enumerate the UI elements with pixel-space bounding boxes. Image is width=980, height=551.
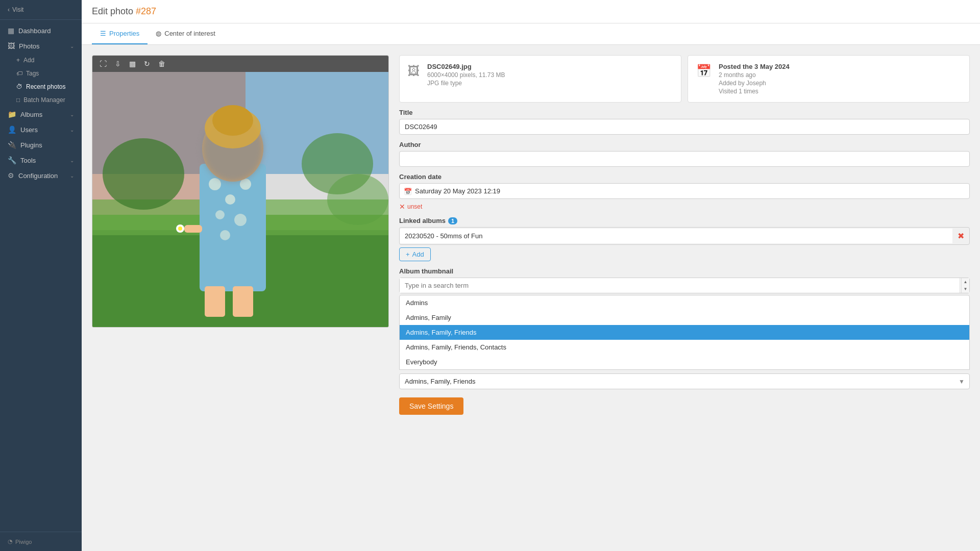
- author-group: Author: [399, 141, 970, 167]
- svg-point-21: [103, 138, 184, 210]
- photos-icon: 🖼: [8, 42, 15, 50]
- scroll-up-button[interactable]: ▲: [962, 278, 969, 286]
- sidebar-sub-batch-manager[interactable]: □ Batch Manager: [0, 93, 82, 107]
- svg-point-10: [234, 214, 247, 226]
- sidebar-item-label: Users: [20, 126, 38, 134]
- unset-label: unset: [407, 203, 422, 210]
- sidebar-item-label: Configuration: [18, 172, 58, 180]
- add-icon: +: [16, 57, 20, 64]
- fullscreen-button[interactable]: ⛶: [97, 59, 109, 69]
- sidebar-sub-tags[interactable]: 🏷 Tags: [0, 67, 82, 80]
- sidebar-sub-label: Tags: [26, 70, 39, 77]
- sidebar-item-label: Dashboard: [18, 27, 51, 35]
- post-age: 2 months ago: [719, 71, 790, 79]
- page-header: Edit photo #287: [82, 0, 980, 23]
- sidebar-item-users[interactable]: 👤 Users ⌄: [0, 122, 82, 137]
- svg-point-16: [178, 227, 182, 231]
- creation-date-input[interactable]: [399, 183, 970, 199]
- file-dimensions: 6000×4000 pixels, 11.73 MB: [427, 71, 505, 79]
- album-thumbnail-group: Album thumbnail ▲ ▼: [399, 267, 970, 293]
- chevron-down-icon: ⌄: [70, 127, 74, 133]
- linked-album-input[interactable]: [400, 229, 952, 243]
- photo-wrapper: ⛶ ⇩ ▩ ↻ 🗑: [92, 55, 389, 328]
- author-label: Author: [399, 141, 970, 148]
- svg-rect-14: [184, 225, 202, 233]
- sidebar-item-albums[interactable]: 📁 Albums ⌄: [0, 107, 82, 122]
- svg-rect-13: [233, 286, 253, 317]
- tab-label: Center of interest: [164, 30, 215, 37]
- chevron-down-icon: ⌄: [70, 43, 74, 49]
- tab-center-of-interest[interactable]: ◍ Center of interest: [148, 23, 224, 44]
- sidebar-nav: ▦ Dashboard 🖼 Photos ⌄ + Add 🏷 Tags ⏱ Re…: [0, 20, 82, 186]
- photo-toolbar: ⛶ ⇩ ▩ ↻ 🗑: [92, 56, 388, 72]
- chevron-left-icon: ‹: [8, 6, 10, 13]
- save-settings-label: Save Settings: [409, 402, 453, 410]
- add-label: Add: [412, 251, 424, 258]
- photo-panel: ⛶ ⇩ ▩ ↻ 🗑: [92, 55, 389, 541]
- privacy-dropdown-options: Admins Admins, Family Admins, Family, Fr…: [399, 295, 970, 370]
- content-area: ⛶ ⇩ ▩ ↻ 🗑: [82, 45, 980, 551]
- calendar-icon: 📅: [696, 64, 712, 78]
- title-input[interactable]: [399, 119, 970, 135]
- privacy-select[interactable]: AdminsAdmins, FamilyAdmins, Family, Frie…: [399, 373, 970, 389]
- download-button[interactable]: ⇩: [113, 59, 123, 69]
- add-album-button[interactable]: + Add: [399, 247, 431, 261]
- svg-point-7: [225, 194, 235, 205]
- rotate-button[interactable]: ↻: [142, 59, 152, 69]
- svg-point-20: [212, 105, 253, 136]
- sidebar-sub-label: Batch Manager: [23, 96, 65, 104]
- sidebar: ‹ Visit ▦ Dashboard 🖼 Photos ⌄ + Add 🏷 T…: [0, 0, 82, 551]
- scroll-down-button[interactable]: ▼: [962, 286, 969, 293]
- unset-button[interactable]: ✕ unset: [399, 203, 422, 211]
- creation-date-group: Creation date 📅 ✕ unset: [399, 173, 970, 211]
- delete-button[interactable]: 🗑: [156, 59, 167, 69]
- sidebar-sub-add[interactable]: + Add: [0, 54, 82, 67]
- form-panel: 🖼 DSC02649.jpg 6000×4000 pixels, 11.73 M…: [399, 55, 970, 541]
- tools-icon: 🔧: [8, 156, 16, 164]
- album-thumbnail-input[interactable]: [400, 278, 959, 293]
- sidebar-item-tools[interactable]: 🔧 Tools ⌄: [0, 153, 82, 168]
- page-title-text: Edit photo: [92, 6, 133, 16]
- plus-icon: +: [406, 251, 410, 258]
- albums-icon: 📁: [8, 110, 16, 118]
- svg-point-8: [240, 179, 251, 190]
- info-cards: 🖼 DSC02649.jpg 6000×4000 pixels, 11.73 M…: [399, 55, 970, 103]
- sidebar-item-dashboard[interactable]: ▦ Dashboard: [0, 23, 82, 38]
- recent-icon: ⏱: [16, 83, 22, 90]
- sidebar-item-label: Tools: [20, 157, 36, 164]
- sidebar-item-label: Photos: [19, 42, 39, 50]
- sidebar-sub-recent-photos[interactable]: ⏱ Recent photos: [0, 80, 82, 93]
- sidebar-item-photos[interactable]: 🖼 Photos ⌄: [0, 38, 82, 54]
- sidebar-header: ‹ Visit: [0, 0, 82, 20]
- privacy-option-everybody[interactable]: Everybody: [400, 355, 969, 369]
- times-icon: ✕: [399, 203, 405, 211]
- properties-icon: ☰: [100, 30, 106, 37]
- author-input[interactable]: [399, 151, 970, 167]
- plugins-icon: 🔌: [8, 141, 16, 149]
- visit-link[interactable]: ‹ Visit: [8, 6, 74, 13]
- page-title: Edit photo #287: [92, 6, 156, 17]
- piwigo-logo: ◔ Piwigo: [8, 538, 74, 545]
- linked-albums-badge: 1: [448, 217, 457, 224]
- tab-properties[interactable]: ☰ Properties: [92, 23, 148, 44]
- stats-button[interactable]: ▩: [127, 59, 138, 69]
- sidebar-item-configuration[interactable]: ⚙ Configuration ⌄: [0, 168, 82, 183]
- sidebar-item-label: Albums: [20, 111, 42, 118]
- remove-album-button[interactable]: ✖: [952, 228, 969, 244]
- privacy-option-admins[interactable]: Admins: [400, 295, 969, 310]
- sidebar-item-plugins[interactable]: 🔌 Plugins: [0, 137, 82, 153]
- tab-label: Properties: [109, 30, 139, 37]
- page-title-number: #287: [136, 6, 156, 16]
- batch-icon: □: [16, 96, 20, 104]
- added-by: Added by Joseph: [719, 80, 790, 87]
- file-type: JPG file type: [427, 80, 505, 87]
- save-settings-button[interactable]: Save Settings: [399, 397, 463, 415]
- privacy-option-admins-family-friends-contacts[interactable]: Admins, Family, Friends, Contacts: [400, 340, 969, 355]
- svg-rect-12: [205, 286, 225, 317]
- piwigo-label: Piwigo: [15, 539, 32, 545]
- privacy-option-admins-family-friends[interactable]: Admins, Family, Friends: [400, 325, 969, 340]
- chevron-down-icon: ⌄: [70, 112, 74, 117]
- svg-point-9: [215, 210, 225, 219]
- privacy-option-admins-family[interactable]: Admins, Family: [400, 310, 969, 325]
- calendar-input-icon: 📅: [404, 187, 412, 195]
